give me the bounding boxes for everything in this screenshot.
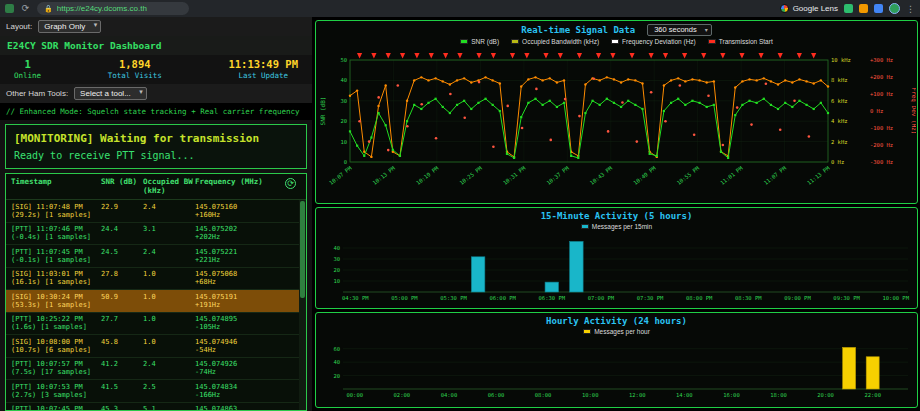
legend-item[interactable]: Messages per 15min: [581, 223, 652, 230]
address-bar[interactable]: 🔒 https://e24cy.dcoms.co.th: [37, 2, 189, 15]
row-frequency: 145.074895-105Hz: [195, 315, 296, 332]
table-row[interactable]: [SIG] 10:08:00 PM (10.7s) [6 samples]45.…: [6, 335, 299, 358]
browser-toolbar: ⟳ 🔒 https://e24cy.dcoms.co.th Google Len…: [0, 0, 920, 17]
table-row[interactable]: [PTT] 10:07:53 PM (2.7s) [3 samples]41.5…: [6, 380, 299, 403]
svg-text:06:00 PM: 06:00 PM: [489, 295, 516, 301]
svg-text:+200 Hz: +200 Hz: [870, 74, 893, 80]
table-row[interactable]: [PTT] 11:07:45 PM (-0.1s) [1 samples]24.…: [6, 245, 299, 268]
act15-legend-label: Messages per 15min: [592, 223, 652, 230]
status-line-2: Ready to receive PTT signal...: [14, 150, 298, 161]
row-bw: 1.0: [143, 338, 193, 355]
svg-text:10:00: 10:00: [582, 392, 599, 398]
legend-item[interactable]: Occupied Bandwidth (kHz): [511, 38, 599, 45]
row-timestamp: [SIG] 11:07:48 PM (29.2s) [1 samples]: [11, 203, 99, 220]
row-bw: 2.4: [143, 203, 193, 220]
table-row[interactable]: [PTT] 10:07:57 PM (7.5s) [17 samples]41.…: [6, 358, 299, 381]
table-row[interactable]: [PTT] 10:25:22 PM (1.6s) [1 samples]27.7…: [6, 313, 299, 336]
url-text: https://e24cy.dcoms.co.th: [57, 4, 147, 13]
row-timestamp: [PTT] 11:07:45 PM (-0.1s) [1 samples]: [11, 248, 99, 265]
row-snr: 45.8: [101, 338, 141, 355]
svg-text:40: 40: [333, 245, 340, 251]
hourly-legend: Messages per hour: [316, 327, 917, 336]
row-snr: 24.5: [101, 248, 141, 265]
row-timestamp: [PTT] 10:07:57 PM (7.5s) [17 samples]: [11, 360, 99, 377]
profile-avatar[interactable]: [889, 3, 900, 14]
row-frequency: 145.075221+221Hz: [195, 248, 296, 265]
svg-text:10:31 PM: 10:31 PM: [502, 165, 527, 186]
act15-panel-title: 15-Minute Activity (5 hours): [541, 211, 693, 221]
signal-panel-title: Real-time Signal Data: [521, 25, 635, 35]
table-row[interactable]: [SIG] 10:30:24 PM (53.3s) [1 samples]50.…: [6, 290, 299, 313]
table-row[interactable]: [SIG] 11:03:01 PM (16.1s) [1 samples]27.…: [6, 268, 299, 291]
legend-item[interactable]: SNR (dB): [460, 38, 499, 45]
svg-text:30: 30: [340, 98, 347, 104]
svg-text:0: 0: [344, 159, 347, 165]
extension-icon[interactable]: [844, 4, 853, 13]
legend-swatch: [611, 39, 619, 44]
legend-item[interactable]: Transmission Start: [708, 38, 773, 45]
left-panel: Layout: Graph Only E24CY SDR Monitor Das…: [0, 17, 312, 411]
row-frequency: 145.074946-54Hz: [195, 338, 296, 355]
svg-text:10:00 PM: 10:00 PM: [882, 295, 909, 301]
lock-icon: 🔒: [44, 5, 53, 13]
update-label: Last Update: [228, 71, 298, 80]
svg-text:SNR (dB): SNR (dB): [319, 97, 326, 126]
online-label: Online: [14, 71, 41, 80]
layout-select[interactable]: Graph Only: [38, 20, 101, 33]
svg-text:+300 Hz: +300 Hz: [870, 57, 893, 63]
hourly-chart: 20406000:0002:0004:0006:0008:0010:0012:0…: [317, 336, 916, 402]
row-snr: 41.5: [101, 383, 141, 400]
hourly-legend-swatch: [583, 329, 591, 334]
svg-text:-100 Hz: -100 Hz: [870, 125, 893, 131]
header-snr: SNR (dB): [101, 178, 141, 195]
legend-item[interactable]: Messages per hour: [583, 328, 650, 335]
svg-text:09:30 PM: 09:30 PM: [833, 295, 860, 301]
table-scrollbar-thumb[interactable]: [300, 201, 305, 298]
layout-label: Layout:: [6, 22, 32, 31]
row-timestamp: [PTT] 10:25:22 PM (1.6s) [1 samples]: [11, 315, 99, 332]
online-value: 1: [14, 58, 41, 70]
svg-text:30: 30: [333, 256, 340, 262]
google-lens-button[interactable]: Google Lens: [780, 4, 838, 13]
svg-text:11:01 PM: 11:01 PM: [719, 165, 744, 186]
svg-text:20: 20: [333, 373, 340, 379]
svg-text:11:13 PM: 11:13 PM: [806, 165, 831, 186]
svg-text:10:55 PM: 10:55 PM: [676, 165, 701, 186]
charts-column: Real-time Signal Data 360 seconds SNR (d…: [312, 17, 920, 411]
svg-text:00:00: 00:00: [346, 392, 363, 398]
svg-text:14:00: 14:00: [676, 392, 693, 398]
svg-text:40: 40: [333, 359, 340, 365]
extension-icon[interactable]: [859, 4, 868, 13]
svg-text:4 kHz: 4 kHz: [831, 118, 848, 124]
signal-legend: SNR (dB)Occupied Bandwidth (kHz)Frequenc…: [316, 37, 917, 46]
act15-legend: Messages per 15min: [316, 222, 917, 231]
row-timestamp: [PTT] 10:07:45 PM (5.6s) [1 samples]: [11, 405, 99, 410]
table-scrollbar[interactable]: [299, 200, 306, 410]
table-row[interactable]: [PTT] 10:07:45 PM (5.6s) [1 samples]45.3…: [6, 403, 299, 411]
refresh-table-icon[interactable]: ⟳: [285, 178, 296, 189]
row-frequency: 145.075191+191Hz: [195, 293, 296, 310]
svg-text:10:49 PM: 10:49 PM: [632, 165, 657, 186]
refresh-page-icon[interactable]: ⟳: [20, 3, 31, 14]
table-row[interactable]: [SIG] 11:07:48 PM (29.2s) [1 samples]22.…: [6, 200, 299, 223]
layout-row: Layout: Graph Only: [0, 17, 312, 36]
legend-item[interactable]: Frequency Deviation (Hz): [611, 38, 696, 45]
row-bw: 2.4: [143, 248, 193, 265]
site-favicon-icon: [5, 4, 14, 13]
svg-text:05:00 PM: 05:00 PM: [391, 295, 418, 301]
row-bw: 1.0: [143, 315, 193, 332]
row-bw: 1.0: [143, 270, 193, 287]
extension-icon[interactable]: [874, 4, 883, 13]
row-frequency: 145.075160+160Hz: [195, 203, 296, 220]
table-row[interactable]: [PTT] 11:07:46 PM (-0.4s) [1 samples]24.…: [6, 223, 299, 246]
svg-text:06:30 PM: 06:30 PM: [539, 295, 566, 301]
time-range-select[interactable]: 360 seconds: [647, 24, 712, 36]
hourly-panel-header: Hourly Activity (24 hours): [316, 313, 917, 327]
svg-text:02:00: 02:00: [394, 392, 411, 398]
svg-text:10:13 PM: 10:13 PM: [371, 165, 396, 186]
svg-text:05:30 PM: 05:30 PM: [440, 295, 467, 301]
browser-menu-icon[interactable]: ⋮: [906, 4, 915, 14]
svg-text:-300 Hz: -300 Hz: [870, 159, 893, 165]
google-lens-icon: [780, 4, 789, 13]
tools-select[interactable]: Select a tool...: [74, 87, 147, 100]
